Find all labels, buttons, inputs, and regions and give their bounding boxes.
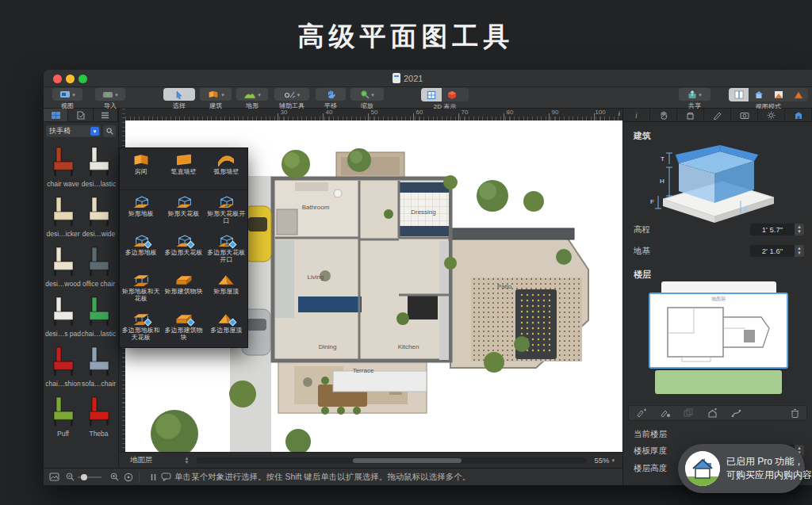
selected-floor-card[interactable]: 地面层 — [649, 293, 788, 369]
furniture-item[interactable]: desi…s pad — [45, 295, 81, 343]
chair-thumbnail — [45, 145, 81, 180]
menu-item[interactable]: 多边形天花板开口 — [205, 229, 247, 268]
minimize-window-button[interactable] — [66, 75, 75, 83]
horizontal-scrollbar[interactable] — [197, 457, 586, 464]
category-dropdown[interactable]: 扶手椅 ▾ — [46, 125, 101, 137]
trash-icon[interactable] — [783, 408, 806, 418]
furniture-item[interactable]: chai…shion — [45, 345, 81, 393]
pencil-icon[interactable] — [704, 109, 731, 121]
menu-item[interactable]: 矩形建筑物块 — [163, 268, 205, 307]
import-floor-icon[interactable] — [700, 408, 724, 418]
menu-item[interactable]: 房间 — [120, 148, 163, 189]
aux-tools[interactable]: ▾ 辅助工具 — [272, 88, 312, 110]
select-tool[interactable]: 选择 — [163, 88, 196, 110]
view-button[interactable]: ▾ 视图 — [50, 88, 85, 110]
svg-text:Terrace: Terrace — [353, 367, 374, 374]
menu-item[interactable]: 多边形屋顶 — [205, 307, 247, 346]
ruler-info-icon[interactable]: i — [618, 109, 620, 117]
furniture-item[interactable]: desi…wood — [45, 245, 81, 293]
elevation-stepper[interactable]: ▲▼ — [795, 224, 804, 235]
fullscreen-window-button[interactable] — [79, 75, 87, 83]
menu-item[interactable]: 矩形天花板开口 — [205, 190, 247, 229]
plan-2d-segment[interactable] — [421, 88, 442, 101]
preview-image-icon[interactable] — [49, 472, 59, 481]
current-floor-selector[interactable]: 地面层 — [130, 455, 153, 465]
menu-item[interactable]: 矩形地板和天花板 — [120, 268, 163, 307]
menu-item[interactable]: 笔直墙壁 — [163, 148, 205, 189]
pan-tool[interactable]: 平移 — [315, 88, 347, 110]
sun-icon[interactable] — [758, 109, 785, 121]
floor-stepper[interactable]: ▲▼ — [185, 457, 190, 465]
fit-view-icon[interactable] — [124, 472, 133, 482]
menu-item[interactable]: 矩形地板 — [120, 190, 163, 229]
view-mode-elevation-segment[interactable] — [768, 88, 788, 101]
dropdown-chevron-icon: ▾ — [90, 127, 99, 136]
menu-item[interactable]: 多边形天花板 — [163, 229, 205, 268]
zoom-tool[interactable]: ▾ 缩放 — [350, 88, 385, 110]
tab-plans[interactable] — [68, 109, 93, 121]
tab-list[interactable] — [94, 109, 118, 121]
magnifier-icon — [360, 90, 370, 99]
list-lib-icon — [101, 112, 109, 119]
menu-item[interactable]: 矩形屋顶 — [205, 268, 247, 307]
hand-icon[interactable] — [650, 109, 677, 121]
import-button[interactable]: ▾ 导入 — [93, 88, 128, 110]
display-2d-switch[interactable]: 2D 表示 — [416, 88, 473, 111]
foundation-input[interactable]: 2' 1.6" — [750, 245, 795, 257]
menu-item[interactable]: 多边形地板 — [120, 229, 163, 268]
building-tools-menu: 房间 笔直墙壁 弧形墙壁 矩形地板 矩形天花板 矩形天花板开口 多边形地板 多边… — [119, 147, 248, 348]
furniture-item[interactable]: desi…icker — [45, 195, 81, 243]
view-3d-segment[interactable] — [442, 88, 462, 101]
menu-item[interactable]: 多边形地板和天花板 — [120, 307, 163, 346]
camera-icon[interactable] — [731, 109, 758, 121]
tab-furniture[interactable] — [44, 109, 68, 121]
furniture-item[interactable]: sofa…chair — [81, 345, 117, 393]
add-floor-icon[interactable] — [629, 408, 653, 418]
duplicate-floor-icon[interactable] — [676, 408, 700, 418]
pro-notification-toast[interactable]: 已启用 Pro 功能， 可购买应用内购内容 — [678, 444, 805, 493]
furniture-item[interactable]: chair wave — [45, 145, 81, 193]
zoom-level-dropdown[interactable]: 55%▾ — [594, 456, 615, 465]
chair-thumbnail — [45, 295, 81, 330]
roof-deck-bar — [449, 228, 574, 239]
zoom-slider[interactable] — [78, 476, 102, 478]
view-mode-roof-segment[interactable] — [788, 88, 808, 101]
elevation-input[interactable]: 1' 5.7" — [750, 224, 795, 235]
view-mode-3d-segment[interactable] — [749, 88, 768, 101]
terrain-tool[interactable]: ▾ 地形 — [236, 88, 269, 110]
info-icon[interactable]: i — [623, 109, 650, 121]
app-window: 2021 ▾ 视图 ▾ 导入 选择 — [44, 70, 812, 485]
svg-text:T: T — [661, 155, 665, 163]
share-button[interactable]: ▾ 共享 — [676, 88, 713, 110]
furniture-item[interactable]: desi…lastic — [81, 145, 117, 193]
foundation-row: 地基 2' 1.6" ▲▼ — [634, 245, 804, 257]
furniture-item[interactable]: office chair — [81, 245, 117, 293]
menu-item[interactable]: 多边形建筑物块 — [163, 307, 205, 346]
svg-text:Kitchen: Kitchen — [398, 343, 419, 350]
straight-wall-icon — [163, 152, 205, 168]
menu-item[interactable]: 弧形墙壁 — [205, 148, 247, 189]
furniture-item[interactable]: chai…lastic — [81, 295, 117, 343]
poly-floor-icon — [120, 233, 163, 249]
search-button[interactable] — [103, 125, 116, 137]
furniture-item[interactable]: Theba — [81, 395, 117, 443]
furniture-item[interactable]: desi…wide — [81, 195, 117, 243]
menu-item[interactable]: 矩形天花板 — [163, 190, 205, 229]
zoom-in-icon[interactable] — [110, 472, 119, 481]
view-mode-plan-segment[interactable] — [729, 88, 749, 101]
building-tool[interactable]: ▾ 建筑 — [199, 88, 232, 110]
furniture-item[interactable]: Puff — [45, 395, 81, 443]
close-window-button[interactable] — [53, 75, 62, 83]
pause-icon[interactable] — [151, 473, 156, 481]
elevation-row: 高程 1' 5.7" ▲▼ — [634, 224, 804, 235]
edit-floor-icon[interactable] — [653, 408, 676, 418]
bucket-icon[interactable] — [677, 109, 704, 121]
zoom-out-icon[interactable] — [66, 472, 75, 481]
document-title: 2021 — [393, 73, 423, 83]
foundation-stepper[interactable]: ▲▼ — [795, 245, 804, 257]
view-mode-switch[interactable]: 视图模式 — [727, 88, 810, 111]
building-tab-icon[interactable] — [785, 109, 812, 121]
spline-icon[interactable] — [724, 408, 748, 418]
search-icon — [106, 128, 113, 135]
terrain-card[interactable] — [655, 370, 782, 394]
